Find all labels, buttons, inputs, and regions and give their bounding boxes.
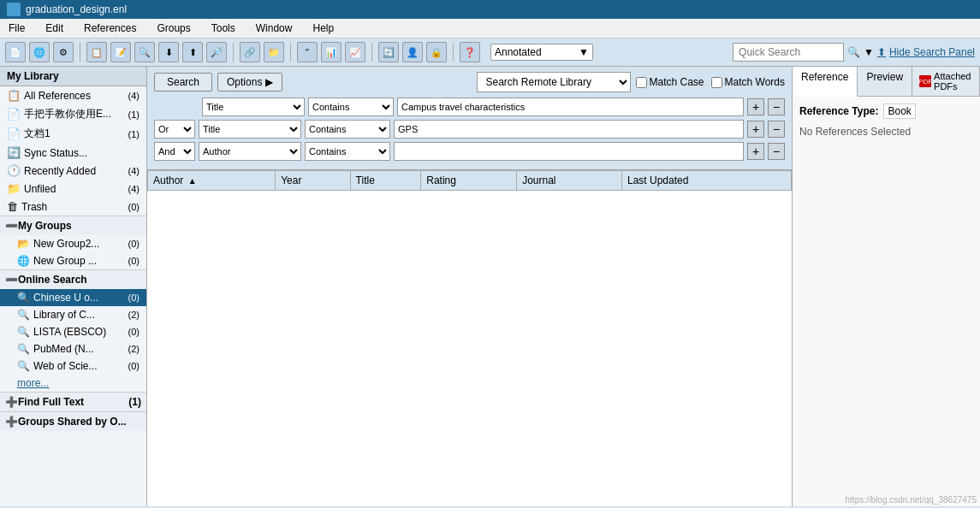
- sidebar-item-new-group[interactable]: 🌐 New Group ... (0): [0, 252, 146, 269]
- pubmed-label: PubMed (N...: [33, 343, 94, 355]
- sidebar-item-chinese-doc[interactable]: 📄 手把手教你使用E... (1): [0, 104, 146, 124]
- search-top-bar: Search Options ▶ Search Remote LibraryPu…: [154, 72, 785, 92]
- search-condition-1[interactable]: Contains: [308, 97, 394, 116]
- menu-groups[interactable]: Groups: [151, 21, 195, 36]
- menu-file[interactable]: File: [3, 21, 30, 36]
- button3[interactable]: 📝: [110, 42, 131, 62]
- search-value-2[interactable]: [394, 120, 744, 139]
- search-row-1: Title Contains + −: [154, 97, 785, 116]
- help-button[interactable]: ❓: [460, 42, 480, 62]
- panel-icon: ⬆: [877, 46, 886, 58]
- online-search-toggle: ➖: [5, 274, 18, 286]
- remove-row-2-button[interactable]: −: [768, 121, 785, 138]
- remove-row-3-button[interactable]: −: [768, 143, 785, 160]
- search-field-1[interactable]: Title: [202, 97, 305, 116]
- sidebar-item-all-references[interactable]: 📋 All References (4): [0, 86, 146, 104]
- tab-reference[interactable]: Reference: [793, 67, 858, 97]
- col-last-updated[interactable]: Last Updated: [621, 171, 791, 191]
- button5[interactable]: ⬇: [158, 42, 179, 62]
- button10[interactable]: ": [297, 42, 318, 62]
- search-condition-3[interactable]: Contains: [305, 142, 390, 161]
- new-group-label: New Group ...: [33, 255, 97, 267]
- chinese-u-count: (0): [128, 292, 140, 303]
- match-case-checkbox[interactable]: [636, 77, 647, 88]
- sidebar-item-chinese-u[interactable]: 🔍 Chinese U o... (0): [0, 289, 146, 306]
- search-field-3[interactable]: Author: [199, 142, 301, 161]
- button12[interactable]: 📈: [345, 42, 365, 62]
- match-words-checkbox[interactable]: [711, 77, 722, 88]
- sidebar-item-new-group2[interactable]: 📂 New Group2... (0): [0, 235, 146, 252]
- col-title[interactable]: Title: [350, 171, 421, 191]
- search-panel: Search Options ▶ Search Remote LibraryPu…: [147, 67, 792, 170]
- library-c-icon: 🔍: [17, 309, 30, 321]
- col-journal[interactable]: Journal: [517, 171, 622, 191]
- find-full-text-header[interactable]: ➕ Find Full Text (1): [0, 392, 146, 411]
- content-area: Search Options ▶ Search Remote LibraryPu…: [147, 67, 792, 506]
- more-label: more...: [17, 377, 49, 389]
- sidebar-item-more[interactable]: more...: [0, 375, 146, 392]
- tab-attached-pdfs[interactable]: PDF Attached PDFs: [912, 67, 980, 96]
- sidebar-item-pubmed[interactable]: 🔍 PubMed (N... (2): [0, 340, 146, 357]
- menu-references[interactable]: References: [79, 21, 141, 36]
- sidebar-item-trash[interactable]: 🗑 Trash (0): [0, 198, 146, 216]
- right-panel: Reference Preview PDF Attached PDFs Refe…: [792, 67, 980, 506]
- new-group-count: (0): [128, 256, 140, 266]
- sidebar-item-library-c[interactable]: 🔍 Library of C... (2): [0, 306, 146, 323]
- annotated-dropdown[interactable]: Annotated ▼: [490, 44, 593, 61]
- button7[interactable]: 🔎: [206, 42, 227, 62]
- search-value-1[interactable]: [397, 97, 744, 116]
- sidebar-item-sync[interactable]: 🔄 Sync Status...: [0, 144, 146, 162]
- all-refs-count: (4): [128, 91, 140, 101]
- more-button[interactable]: ⚙: [53, 42, 74, 62]
- col-year[interactable]: Year: [276, 171, 350, 191]
- toolbar-separator3: [290, 43, 291, 62]
- menu-tools[interactable]: Tools: [206, 21, 241, 36]
- sidebar-item-lista[interactable]: 🔍 LISTA (EBSCO) (0): [0, 323, 146, 340]
- add-row-1-button[interactable]: +: [747, 98, 764, 115]
- search-connector-3[interactable]: And: [154, 142, 195, 161]
- col-author[interactable]: Author ▲: [148, 171, 276, 191]
- new-group2-label: New Group2...: [33, 238, 99, 250]
- trash-count: (0): [128, 202, 140, 212]
- add-row-3-button[interactable]: +: [747, 143, 764, 160]
- sidebar-item-unfiled[interactable]: 📁 Unfiled (4): [0, 180, 146, 198]
- sidebar-item-recently-added[interactable]: 🕐 Recently Added (4): [0, 162, 146, 180]
- groups-shared-header[interactable]: ➕ Groups Shared by O...: [0, 411, 146, 431]
- options-button[interactable]: Options ▶: [217, 73, 282, 92]
- quick-search-input[interactable]: [733, 43, 844, 62]
- dropdown-arrow: ▼: [579, 46, 589, 58]
- col-rating[interactable]: Rating: [421, 171, 517, 191]
- search-field-2[interactable]: Title: [199, 120, 301, 139]
- button13[interactable]: 🔄: [378, 42, 399, 62]
- match-words-label[interactable]: Match Words: [711, 76, 785, 88]
- button6[interactable]: ⬆: [182, 42, 203, 62]
- button11[interactable]: 📊: [321, 42, 342, 62]
- tab-preview[interactable]: Preview: [858, 67, 912, 96]
- menu-edit[interactable]: Edit: [40, 21, 68, 36]
- button4[interactable]: 🔍: [134, 42, 155, 62]
- new-ref-button[interactable]: 📄: [5, 42, 26, 62]
- menu-help[interactable]: Help: [307, 21, 339, 36]
- online-search-header[interactable]: ➖ Online Search: [0, 269, 146, 289]
- search-condition-2[interactable]: Contains: [305, 120, 390, 139]
- recent-count: (4): [128, 166, 140, 176]
- match-case-label[interactable]: Match Case: [636, 76, 704, 88]
- button15[interactable]: 🔒: [426, 42, 447, 62]
- button8[interactable]: 🔗: [240, 42, 260, 62]
- search-connector-2[interactable]: Or: [154, 120, 195, 139]
- button9[interactable]: 📁: [264, 42, 284, 62]
- remote-library-select[interactable]: Search Remote LibraryPubMedWeb of Scienc…: [477, 72, 631, 92]
- sidebar-item-web-science[interactable]: 🔍 Web of Scie... (0): [0, 357, 146, 375]
- right-panel-tabs: Reference Preview PDF Attached PDFs: [793, 67, 980, 97]
- button14[interactable]: 👤: [402, 42, 423, 62]
- remove-row-1-button[interactable]: −: [768, 98, 785, 115]
- search-button[interactable]: Search: [154, 73, 212, 92]
- add-row-2-button[interactable]: +: [747, 121, 764, 138]
- my-groups-header[interactable]: ➖ My Groups: [0, 216, 146, 235]
- hide-search-panel-button[interactable]: ⬆ Hide Search Panel: [877, 46, 975, 58]
- sidebar-item-doc1[interactable]: 📄 文档1 (1): [0, 124, 146, 144]
- online-search-button[interactable]: 🌐: [29, 42, 50, 62]
- search-value-3[interactable]: [394, 142, 744, 161]
- button2[interactable]: 📋: [86, 42, 107, 62]
- menu-window[interactable]: Window: [251, 21, 298, 36]
